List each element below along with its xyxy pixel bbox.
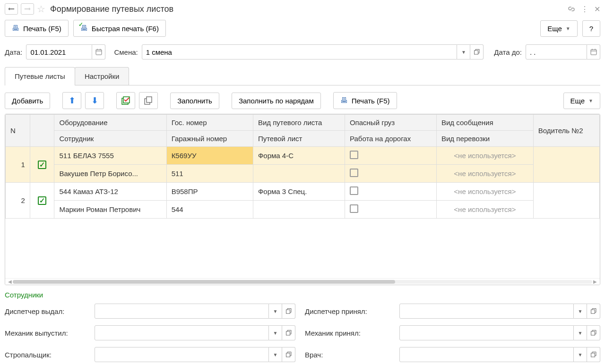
dispatcher-in-open[interactable]: [587, 304, 600, 319]
menu-dots-icon[interactable]: ⋮: [581, 5, 588, 14]
mechanic-in-input[interactable]: [399, 325, 574, 340]
shift-open-button[interactable]: [470, 44, 484, 59]
copy-icon: [144, 96, 153, 105]
dangerous-checkbox[interactable]: [350, 186, 358, 195]
date-to-calendar-button[interactable]: [587, 44, 600, 59]
cell-message-type[interactable]: <не используется>: [436, 147, 533, 165]
check-all-button[interactable]: [116, 92, 135, 109]
dispatcher-in-input[interactable]: [399, 304, 574, 319]
cell-waybill[interactable]: [253, 201, 345, 219]
shift-dropdown-button[interactable]: ▼: [457, 44, 470, 59]
scroll-thumb[interactable]: [13, 280, 395, 284]
col-check[interactable]: [30, 115, 54, 147]
cell-roads[interactable]: [345, 201, 436, 219]
cell-driver2[interactable]: [533, 183, 599, 219]
add-button[interactable]: Добавить: [5, 93, 50, 109]
dispatcher-out-dropdown[interactable]: ▼: [269, 304, 282, 319]
cell-driver2[interactable]: [533, 147, 599, 183]
svg-rect-13: [286, 310, 290, 313]
tab-settings[interactable]: Настройки: [75, 67, 130, 85]
more-button[interactable]: Еще ▼: [540, 20, 577, 37]
dangerous-checkbox[interactable]: [350, 151, 358, 159]
help-button[interactable]: ?: [582, 20, 600, 37]
print-button[interactable]: 🖶 Печать (F5): [5, 20, 69, 37]
grid-print-button[interactable]: 🖶 Печать (F5): [333, 92, 397, 109]
mechanic-out-open[interactable]: [282, 325, 295, 340]
dispatcher-out-open[interactable]: [282, 304, 295, 319]
cell-dangerous[interactable]: [345, 147, 436, 165]
cell-dangerous[interactable]: [345, 183, 436, 201]
col-equipment[interactable]: Оборудование: [54, 115, 166, 131]
doctor-dropdown[interactable]: ▼: [574, 347, 587, 362]
cell-message-type[interactable]: <не используется>: [436, 183, 533, 201]
scroll-right-arrow[interactable]: ▶: [592, 279, 598, 284]
fill-button[interactable]: Заполнить: [170, 93, 219, 109]
doctor-open[interactable]: [587, 347, 600, 362]
mechanic-in-open[interactable]: [587, 325, 600, 340]
date-calendar-button[interactable]: [92, 44, 105, 59]
move-down-button[interactable]: ⬇: [85, 92, 104, 109]
col-gos-number[interactable]: Гос. номер: [166, 115, 253, 131]
cell-employee[interactable]: Вакушев Петр Борисо...: [54, 165, 166, 183]
dispatcher-out-input[interactable]: [95, 304, 269, 319]
roads-checkbox[interactable]: [350, 204, 358, 213]
col-garage-number[interactable]: Гаражный номер: [166, 131, 253, 147]
col-waybill-type[interactable]: Вид путевого листа: [253, 115, 345, 131]
col-employee[interactable]: Сотрудник: [54, 131, 166, 147]
tab-waybills[interactable]: Путевые листы: [5, 67, 75, 85]
col-n[interactable]: N: [6, 115, 30, 147]
horizontal-scrollbar[interactable]: ◀ ▶: [5, 278, 600, 285]
mechanic-out-dropdown[interactable]: ▼: [269, 325, 282, 340]
mechanic-out-input[interactable]: [95, 325, 269, 340]
slinger-open[interactable]: [282, 347, 295, 362]
cell-waybill[interactable]: [253, 165, 345, 183]
col-dangerous[interactable]: Опасный груз: [345, 115, 436, 131]
date-input[interactable]: [26, 44, 92, 59]
favorite-star-icon[interactable]: ☆: [37, 3, 45, 15]
link-icon[interactable]: [568, 5, 575, 13]
cell-transport-type[interactable]: <не используется>: [436, 165, 533, 183]
cell-roads[interactable]: [345, 165, 436, 183]
nav-back-button[interactable]: 🠔: [5, 3, 18, 15]
roads-checkbox[interactable]: [350, 169, 358, 177]
dispatcher-in-dropdown[interactable]: ▼: [574, 304, 587, 319]
cell-garage-number[interactable]: 511: [166, 165, 253, 183]
grid-more-button[interactable]: Еще ▼: [563, 93, 600, 109]
slinger-input[interactable]: [95, 347, 269, 362]
copy-button[interactable]: [139, 92, 158, 109]
row-checkbox[interactable]: [38, 196, 46, 205]
fast-print-button[interactable]: Быстрая печать (F6): [73, 20, 166, 37]
scroll-left-arrow[interactable]: ◀: [7, 279, 13, 284]
doctor-input[interactable]: [399, 347, 574, 362]
cell-waybill-type[interactable]: Форма 3 Спец.: [253, 183, 345, 201]
table-row[interactable]: Маркин Роман Петрович 544 <не использует…: [6, 201, 600, 219]
fill-by-orders-button[interactable]: Заполнить по нарядам: [232, 93, 321, 109]
col-driver2[interactable]: Водитель №2: [533, 115, 599, 147]
row-checkbox[interactable]: [38, 161, 46, 169]
chevron-down-icon: ▼: [566, 26, 570, 31]
table-row[interactable]: Вакушев Петр Борисо... 511 <не используе…: [6, 165, 600, 183]
cell-equipment[interactable]: 511 БЕЛАЗ 7555: [54, 147, 166, 165]
slinger-dropdown[interactable]: ▼: [269, 347, 282, 362]
col-transport-type[interactable]: Вид перевозки: [436, 131, 533, 147]
cell-gos-number[interactable]: В958ПР: [166, 183, 253, 201]
table-row[interactable]: 1 511 БЕЛАЗ 7555 К569УУ Форма 4-С <не ис…: [6, 147, 600, 165]
cell-equipment[interactable]: 544 Камаз АТЗ-12: [54, 183, 166, 201]
nav-forward-button[interactable]: 🠖: [21, 3, 34, 15]
table-row[interactable]: 2 544 Камаз АТЗ-12 В958ПР Форма 3 Спец. …: [6, 183, 600, 201]
shift-input[interactable]: [142, 44, 458, 59]
cell-gos-number[interactable]: К569УУ: [166, 147, 253, 165]
cell-transport-type[interactable]: <не используется>: [436, 201, 533, 219]
col-waybill[interactable]: Путевой лист: [253, 131, 345, 147]
col-roads[interactable]: Работа на дорогах: [345, 131, 436, 147]
date-to-input[interactable]: [526, 44, 587, 59]
cell-employee[interactable]: Маркин Роман Петрович: [54, 201, 166, 219]
mechanic-in-dropdown[interactable]: ▼: [574, 325, 587, 340]
date-to-label: Дата до:: [494, 48, 522, 56]
col-message-type[interactable]: Вид сообщения: [436, 115, 533, 131]
cell-waybill-type[interactable]: Форма 4-С: [253, 147, 345, 165]
svg-rect-14: [591, 310, 595, 313]
move-up-button[interactable]: ⬆: [62, 92, 81, 109]
close-icon[interactable]: ✕: [594, 5, 600, 14]
cell-garage-number[interactable]: 544: [166, 201, 253, 219]
